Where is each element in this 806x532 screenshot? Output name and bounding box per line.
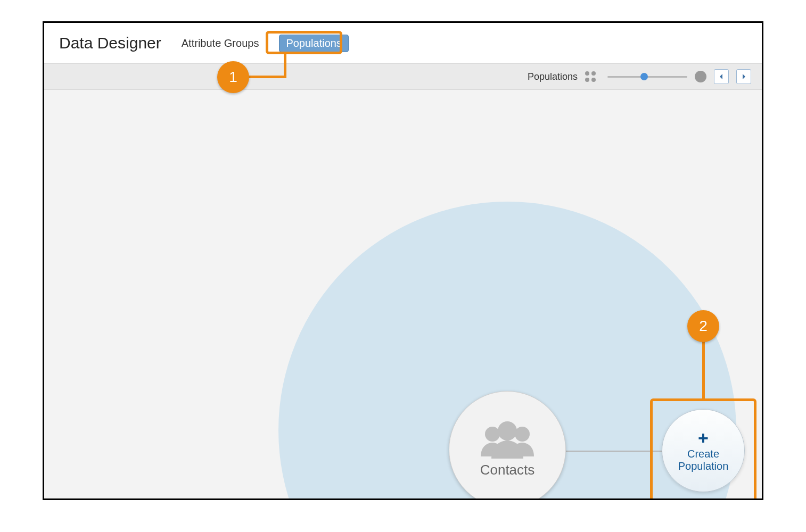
svg-point-1	[515, 427, 530, 442]
nav-next-button[interactable]	[736, 69, 751, 84]
node-connector	[566, 451, 667, 452]
create-population-button[interactable]: + Create Population	[662, 409, 745, 492]
callout-1-badge: 1	[217, 61, 249, 93]
zoom-slider-thumb[interactable]	[640, 73, 648, 80]
toolbar: Populations	[44, 63, 762, 90]
people-icon	[475, 421, 539, 459]
zoom-slider[interactable]	[607, 71, 687, 82]
tab-populations[interactable]: Populations	[279, 35, 349, 52]
chevron-right-icon	[742, 74, 746, 79]
svg-point-2	[498, 421, 517, 440]
callout-2-number: 2	[699, 318, 708, 335]
create-population-line1: Create	[687, 448, 719, 460]
callout-2-connector	[702, 340, 705, 400]
plus-icon: +	[698, 429, 709, 447]
header: Data Designer Attribute Groups Populatio…	[44, 23, 762, 63]
callout-1-number: 1	[229, 69, 237, 86]
canvas[interactable]: Contacts + Create Population 2	[44, 90, 762, 498]
create-population-line2: Population	[678, 460, 729, 472]
callout-1-connector-v	[284, 54, 286, 78]
svg-point-0	[485, 427, 500, 442]
zoom-max-icon	[695, 71, 706, 82]
callout-1-connector-h	[246, 76, 285, 78]
create-population-label: Create Population	[678, 448, 729, 472]
tab-attribute-groups[interactable]: Attribute Groups	[176, 35, 265, 52]
app-frame: Data Designer Attribute Groups Populatio…	[43, 21, 763, 500]
page-title: Data Designer	[59, 34, 161, 52]
view-grid-icon[interactable]	[585, 71, 600, 82]
nav-prev-button[interactable]	[714, 69, 729, 84]
toolbar-label: Populations	[528, 71, 578, 82]
chevron-left-icon	[719, 74, 723, 79]
contacts-label: Contacts	[480, 462, 535, 478]
callout-2-badge: 2	[687, 310, 719, 342]
